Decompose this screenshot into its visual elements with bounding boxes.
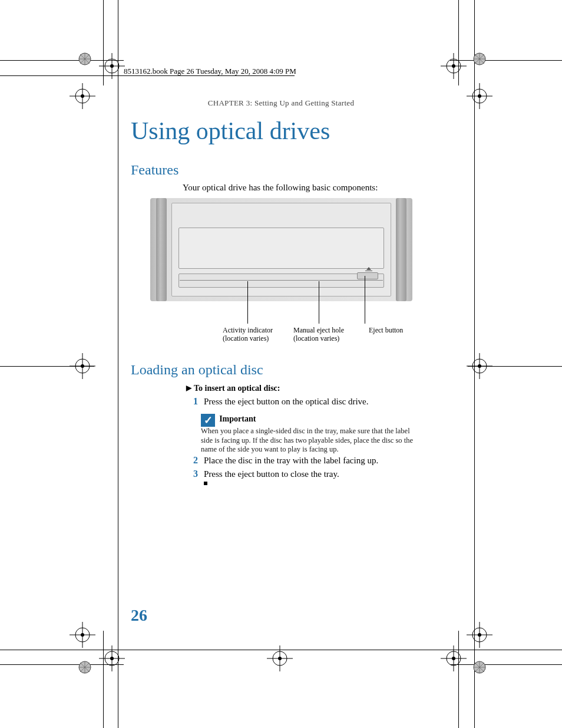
- important-title: Important: [219, 414, 256, 423]
- important-body: When you place a single-sided disc in th…: [201, 427, 413, 453]
- section-heading-loading: Loading an optical disc: [131, 362, 263, 378]
- leader-line: [247, 281, 248, 324]
- chapter-heading: CHAPTER 3: Setting Up and Getting Starte…: [0, 98, 562, 108]
- step-number-2: 2: [186, 455, 198, 466]
- crop-line: [450, 60, 562, 61]
- regmark-icon: [70, 622, 95, 648]
- features-intro: Your optical drive has the following bas…: [183, 183, 378, 193]
- leader-line: [319, 281, 319, 324]
- regmark-icon: [441, 645, 467, 671]
- end-of-task-icon: [204, 482, 207, 485]
- step-1-text: Press the eject button on the optical di…: [204, 397, 369, 407]
- drive-slot: [178, 274, 384, 288]
- regmark-icon: [99, 53, 125, 79]
- page-number: 26: [131, 606, 147, 625]
- drive-tray: [178, 228, 384, 269]
- callout-activity-indicator: Activity indicator (location varies): [223, 326, 273, 343]
- regmark-icon: [99, 645, 125, 671]
- regmark-icon: [467, 622, 492, 648]
- eject-button-graphic: [357, 272, 378, 279]
- check-icon: ✓: [201, 414, 215, 427]
- step-2-text: Place the disc in the tray with the labe…: [204, 456, 378, 466]
- crop-line: [118, 0, 118, 728]
- regmark-icon: [77, 51, 93, 67]
- leader-line: [365, 276, 365, 324]
- regmark-icon: [267, 645, 293, 671]
- task-lead: ▶To insert an optical disc:: [186, 384, 280, 393]
- callout-manual-eject-hole: Manual eject hole (location varies): [293, 326, 344, 343]
- page-title: Using optical drives: [131, 117, 330, 145]
- file-header-line: 8513162.book Page 26 Tuesday, May 20, 20…: [124, 67, 296, 76]
- important-note: ✓ Important When you place a single-side…: [201, 414, 422, 454]
- step-number-3: 3: [186, 469, 198, 479]
- regmark-icon: [70, 353, 95, 379]
- crop-line: [450, 664, 562, 665]
- regmark-icon: [471, 51, 488, 67]
- triangle-right-icon: ▶: [186, 384, 191, 392]
- step-3-text: Press the eject button to close the tray…: [204, 469, 339, 479]
- regmark-icon: [77, 659, 93, 676]
- regmark-icon: [467, 353, 492, 379]
- callout-eject-button: Eject button: [369, 326, 403, 334]
- step-number-1: 1: [186, 396, 198, 407]
- section-heading-features: Features: [131, 162, 178, 178]
- header-rule: [124, 75, 295, 76]
- optical-drive-diagram: [150, 198, 412, 301]
- regmark-icon: [441, 53, 467, 79]
- regmark-icon: [471, 659, 488, 676]
